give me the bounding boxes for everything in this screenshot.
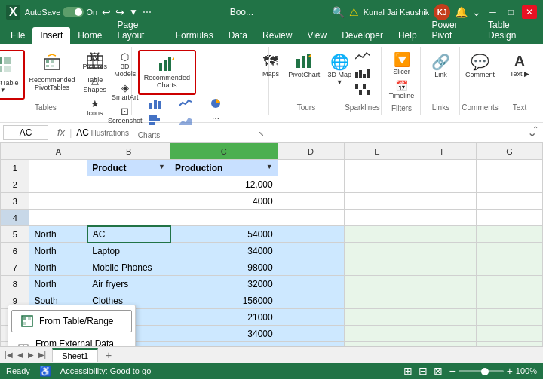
tab-formulas[interactable]: Formulas — [168, 27, 221, 44]
cell-1g[interactable] — [477, 160, 543, 176]
cell-2g[interactable] — [477, 176, 543, 193]
comment-button[interactable]: 💬 Comment — [462, 50, 498, 81]
cell-12e[interactable] — [344, 342, 410, 347]
cell-3b[interactable] — [87, 193, 170, 210]
timeline-button[interactable]: 📅 Timeline — [388, 78, 416, 101]
add-sheet-button[interactable]: + — [100, 348, 118, 363]
production-filter-icon[interactable]: ▼ — [266, 163, 273, 170]
cell-7g[interactable] — [477, 259, 543, 276]
cell-12g[interactable] — [477, 342, 543, 347]
cell-12c[interactable]: 23400 — [170, 342, 278, 347]
cell-8c[interactable]: 32000 — [170, 276, 278, 292]
cell-3g[interactable] — [477, 193, 543, 210]
slicer-button[interactable]: 🔽 Slicer — [388, 50, 416, 77]
recommended-pivottables-button[interactable]: RecommendedPivotTables — [26, 50, 78, 94]
cell-1e[interactable] — [344, 160, 410, 176]
autosave-switch[interactable] — [63, 7, 84, 17]
ribbon-collapse-button[interactable]: ⌃ — [532, 125, 538, 133]
cell-9e[interactable] — [344, 292, 410, 309]
cell-1b[interactable]: Product ▼ — [87, 160, 170, 176]
column-sparkline-button[interactable] — [348, 66, 377, 81]
cell-12f[interactable] — [410, 342, 477, 347]
winloss-sparkline-button[interactable] — [348, 83, 377, 98]
product-filter-icon[interactable]: ▼ — [158, 163, 165, 170]
cell-3d[interactable] — [278, 193, 344, 210]
cell-5g[interactable] — [477, 226, 543, 243]
cell-4g[interactable] — [477, 210, 543, 226]
cell-7b[interactable]: Mobile Phones — [87, 259, 170, 276]
cell-8e[interactable] — [344, 276, 410, 292]
tab-file[interactable]: File — [3, 27, 32, 44]
cell-7e[interactable] — [344, 259, 410, 276]
tab-view[interactable]: View — [299, 27, 334, 44]
tab-page-layout[interactable]: Page Layout — [109, 17, 167, 44]
cell-4a[interactable] — [29, 210, 87, 226]
cell-10f[interactable] — [410, 309, 477, 326]
cell-11f[interactable] — [410, 326, 477, 342]
zoom-slider[interactable] — [459, 370, 504, 372]
tab-review[interactable]: Review — [255, 27, 299, 44]
zoom-in-icon[interactable]: + — [507, 365, 513, 377]
shapes-button[interactable]: △ Shapes — [81, 73, 109, 95]
cell-4f[interactable] — [410, 210, 477, 226]
cell-3a[interactable] — [29, 193, 87, 210]
tab-power-pivot[interactable]: Power Pivot — [425, 17, 480, 44]
sheet-tab-sheet1[interactable]: Sheet1 — [52, 348, 98, 362]
cell-5e[interactable] — [344, 226, 410, 243]
cell-8a[interactable]: North — [29, 276, 87, 292]
view-pagebreak-icon[interactable]: ⊠ — [434, 365, 443, 377]
col-header-b[interactable]: B — [87, 143, 170, 160]
view-layout-icon[interactable]: ⊟ — [419, 365, 428, 377]
column-chart-button[interactable] — [141, 96, 170, 112]
cell-2d[interactable] — [278, 176, 344, 193]
cell-6f[interactable] — [410, 243, 477, 259]
cell-2c[interactable]: 12,000 — [170, 176, 278, 193]
from-table-range-item[interactable]: From Table/Range — [11, 310, 132, 332]
cell-1a[interactable] — [29, 160, 87, 176]
cell-4e[interactable] — [344, 210, 410, 226]
tab-developer[interactable]: Developer — [334, 27, 391, 44]
recommended-charts-button[interactable]: RecommendedCharts — [141, 53, 193, 92]
cell-8b[interactable]: Air fryers — [87, 276, 170, 292]
cell-1d[interactable] — [278, 160, 344, 176]
more-commands-icon[interactable]: ▼ — [129, 7, 138, 17]
icons-button[interactable]: ★ Icons — [81, 96, 109, 118]
tab-insert[interactable]: Insert — [32, 27, 70, 44]
cell-4b[interactable] — [87, 210, 170, 226]
cell-11e[interactable] — [344, 326, 410, 342]
cell-10d[interactable] — [278, 309, 344, 326]
cell-reference-input[interactable] — [3, 125, 48, 140]
cell-6d[interactable] — [278, 243, 344, 259]
cell-10e[interactable] — [344, 309, 410, 326]
first-sheet-arrow[interactable]: |◀ — [3, 349, 14, 360]
col-header-g[interactable]: G — [477, 143, 543, 160]
cell-5a[interactable]: North — [29, 226, 87, 243]
next-sheet-arrow[interactable]: ▶ — [26, 349, 35, 360]
cell-2a[interactable] — [29, 176, 87, 193]
cell-9g[interactable] — [477, 292, 543, 309]
cell-9d[interactable] — [278, 292, 344, 309]
cell-7d[interactable] — [278, 259, 344, 276]
bar-chart-button[interactable] — [141, 113, 170, 128]
col-header-d[interactable]: D — [278, 143, 344, 160]
cell-3c[interactable]: 4000 — [170, 193, 278, 210]
cell-5c[interactable]: 54000 — [170, 226, 278, 243]
cell-6g[interactable] — [477, 243, 543, 259]
cell-5b[interactable]: AC — [87, 226, 170, 243]
cell-1f[interactable] — [410, 160, 477, 176]
cell-6e[interactable] — [344, 243, 410, 259]
zoom-out-icon[interactable]: − — [449, 365, 455, 377]
col-header-a[interactable]: A — [29, 143, 87, 160]
cell-5f[interactable] — [410, 226, 477, 243]
cell-9c[interactable]: 156000 — [170, 292, 278, 309]
col-header-c[interactable]: C — [170, 143, 278, 160]
cell-4c[interactable] — [170, 210, 278, 226]
tab-table-design[interactable]: Table Design — [480, 17, 540, 44]
cell-6a[interactable]: North — [29, 243, 87, 259]
autosave-toggle[interactable]: AutoSave On — [25, 7, 97, 17]
cell-11d[interactable] — [278, 326, 344, 342]
cell-8d[interactable] — [278, 276, 344, 292]
cell-1c[interactable]: Production ▼ — [170, 160, 278, 176]
tab-data[interactable]: Data — [221, 27, 255, 44]
cell-8f[interactable] — [410, 276, 477, 292]
